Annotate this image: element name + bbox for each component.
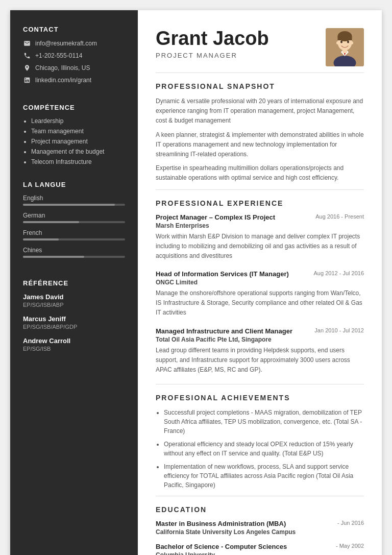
competence-item: Leardership [31,117,125,125]
language-french-bar-fill [23,238,59,240]
name-block: Grant Jacob PROJECT MANAGER [156,28,269,59]
exp-company-1: Marsh Enterprises [156,222,364,229]
linkedin-value: linkedin.com/in/grant [35,77,91,84]
phone-icon [23,52,31,60]
competence-list: Leardership Team management Project mana… [23,117,125,165]
snapshot-section: PROFESSIONAL SNAPSHOT Dynamic & versatil… [156,82,364,183]
reference-james-name: James David [23,293,125,301]
language-english-bar-fill [23,204,115,206]
competence-item: Telecom Infrastructure [31,158,125,165]
achievements-list: Successfull project completions - MAAS m… [156,408,364,490]
education-section: EDUCATION Master in Business Administrat… [156,505,364,555]
svg-rect-7 [342,50,347,53]
language-chines: Chines [23,247,125,258]
reference-marcus: Marcus Jeniff EP/SG/ISB/ABP/GDP [23,315,125,330]
language-french: French [23,229,125,240]
exp-header-1: Project Manager – Complex IS Project Aug… [156,213,364,221]
competence-item: Management of the budget [31,148,125,155]
exp-title-1: Project Manager – Complex IS Project [156,213,275,221]
achievements-divider [156,496,364,496]
edu-degree-1: Master in Business Administration (MBA) [156,520,286,527]
achievement-item-3: Implementation of new workflows, process… [164,462,364,490]
header-section: Grant Jacob PROJECT MANAGER [156,28,364,66]
reference-section: RÉFÉRENCE James David EP/SG/ISB/ABP Marc… [23,279,125,359]
achievement-item-2: Operational efficiency and steady local … [164,440,364,458]
reference-andrew-name: Andrew Carroll [23,337,125,345]
linkedin-item: linkedin.com/in/grant [23,76,125,84]
language-english-bar-bg [23,204,125,206]
svg-point-8 [336,41,339,44]
snapshot-para-2: A keen planner, strategist & implementer… [156,130,364,160]
svg-point-9 [351,41,353,44]
reference-james-detail: EP/SG/ISB/ABP [23,302,125,308]
language-english: English [23,195,125,206]
contact-section: CONTACT info@resumekraft.com +1-202-555-… [23,26,125,88]
reference-james: James David EP/SG/ISB/ABP [23,293,125,308]
exp-company-3: Total Oil Asia Pacific Pte Ltd, Singapor… [156,336,364,343]
experience-heading: PROFESSIONAL EXPERIENCE [156,199,364,207]
exp-company-2: ONGC Limited [156,279,364,286]
edu-school-1: California State University Los Angeles … [156,528,364,536]
language-german-name: German [23,212,125,219]
edu-date-2: - May 2002 [336,543,364,549]
reference-marcus-name: Marcus Jeniff [23,315,125,323]
exp-date-3: Jan 2010 - Jul 2012 [314,327,364,333]
contact-title: CONTACT [23,26,125,33]
language-german: German [23,212,125,223]
education-entry-2: Bachelor of Science - Computer Sciences … [156,543,364,555]
exp-desc-2: Manage the onshore/offshore operational … [156,288,364,318]
achievements-heading: PROFESIONAL ACHIEVEMENTS [156,394,364,402]
email-icon [23,39,31,47]
phone-item: +1-202-555-0114 [23,52,125,60]
competence-title: COMPÉTENCE [23,104,125,111]
location-item: Chicago, Illinois, US [23,64,125,72]
snapshot-para-3: Expertise in spearheading multimillion d… [156,163,364,183]
language-french-bar-bg [23,238,125,240]
svg-point-4 [340,41,342,43]
language-english-name: English [23,195,125,202]
header-divider [156,73,364,73]
location-icon [23,64,31,72]
exp-desc-3: Lead group different teams in providing … [156,346,364,375]
sidebar: CONTACT info@resumekraft.com +1-202-555-… [10,10,138,555]
language-german-bar-bg [23,221,125,223]
job-title: PROJECT MANAGER [156,52,269,59]
edu-date-1: - Jun 2016 [337,520,364,526]
experience-entry-3: Managed Infrastructure and Client Manage… [156,327,364,375]
edu-degree-2: Bachelor of Science - Computer Sciences [156,543,287,550]
avatar [326,28,364,66]
resume-wrapper: CONTACT info@resumekraft.com +1-202-555-… [10,10,382,555]
reference-title: RÉFÉRENCE [23,279,125,287]
achievements-section: PROFESIONAL ACHIEVEMENTS Successfull pro… [156,394,364,490]
reference-andrew: Andrew Carroll EP/SG/ISB [23,337,125,352]
snapshot-heading: PROFESSIONAL SNAPSHOT [156,82,364,90]
location-value: Chicago, Illinois, US [35,64,90,71]
linkedin-icon [23,76,31,84]
exp-title-3: Managed Infrastructure and Client Manage… [156,327,292,335]
language-chines-name: Chines [23,247,125,254]
exp-header-2: Head of Information Services (IT Manager… [156,270,364,278]
achievement-item-1: Successfull project completions - MAAS m… [164,408,364,436]
candidate-name: Grant Jacob [156,28,269,50]
language-german-bar-fill [23,221,79,223]
education-heading: EDUCATION [156,505,364,514]
exp-desc-1: Work within Marsh E&P Division to manage… [156,232,364,261]
experience-entry-2: Head of Information Services (IT Manager… [156,270,364,318]
exp-date-2: Aug 2012 - Jul 2016 [314,270,364,276]
language-chines-bar-bg [23,256,125,258]
phone-value: +1-202-555-0114 [35,52,82,59]
exp-title-2: Head of Information Services (IT Manager… [156,270,289,278]
email-value: info@resumekraft.com [35,40,97,47]
exp-header-3: Managed Infrastructure and Client Manage… [156,327,364,335]
email-item: info@resumekraft.com [23,39,125,47]
reference-andrew-detail: EP/SG/ISB [23,346,125,352]
svg-point-5 [347,41,349,43]
language-title: LA LANGUE [23,181,125,188]
snapshot-para-1: Dynamic & versatile professional with 20… [156,96,364,126]
experience-divider [156,384,364,384]
competence-item: Team management [31,128,125,135]
language-section: LA LANGUE English German French [23,181,125,264]
edu-header-1: Master in Business Administration (MBA) … [156,520,364,527]
experience-section: PROFESSIONAL EXPERIENCE Project Manager … [156,199,364,375]
competence-section: COMPÉTENCE Leardership Team management P… [23,104,125,165]
